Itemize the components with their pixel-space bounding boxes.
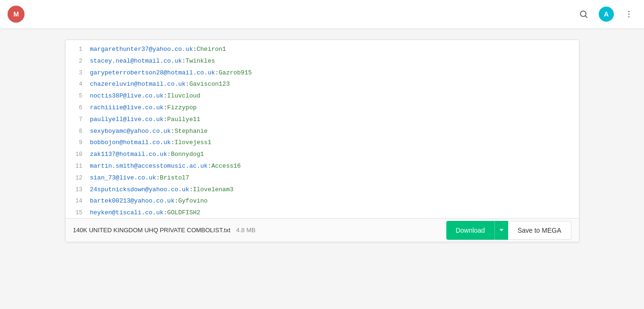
- line-email: bobbojon@hotmail.co.uk: [90, 138, 171, 148]
- line-number: 6: [69, 104, 83, 113]
- table-row: 7paullyell@live.co.uk:Paullye11: [66, 114, 579, 126]
- table-row: 1324sputnicksdown@yahoo.co.uk:Ilovelenam…: [66, 184, 579, 196]
- line-password: Cheiron1: [197, 45, 226, 55]
- navbar-right: A: [576, 7, 636, 22]
- table-row: 9bobbojon@hotmail.co.uk:Ilovejess1: [66, 137, 579, 149]
- line-number: 14: [69, 197, 83, 206]
- line-password: Paullye11: [167, 115, 200, 125]
- file-viewer: 1margarethunter37@yahoo.co.uk:Cheiron12s…: [65, 40, 579, 242]
- line-email: 24sputnicksdown@yahoo.co.uk: [90, 185, 190, 195]
- line-password: Twinkles: [185, 57, 215, 66]
- user-avatar[interactable]: A: [599, 7, 614, 22]
- line-password: Access16: [211, 162, 241, 171]
- line-number: 10: [69, 150, 83, 159]
- line-number: 2: [69, 57, 83, 66]
- more-options-icon-button[interactable]: [621, 7, 636, 22]
- line-email: sian_73@live.co.uk: [90, 173, 156, 183]
- action-buttons: Download Save to MEGA: [446, 221, 571, 240]
- line-password: Bristol7: [160, 173, 189, 183]
- line-number: 15: [69, 209, 83, 218]
- code-area[interactable]: 1margarethunter37@yahoo.co.uk:Cheiron12s…: [66, 40, 579, 218]
- table-row: 15heyken@tiscali.co.uk:GOLDFISH2: [66, 207, 579, 218]
- file-size: 4.8 MB: [236, 227, 255, 234]
- line-password: Gyfovino: [178, 196, 208, 206]
- mega-logo-text: M: [13, 10, 18, 18]
- svg-point-0: [580, 11, 586, 16]
- line-password: Fizzypop: [167, 103, 196, 113]
- line-separator: :: [171, 127, 175, 137]
- line-number: 8: [69, 127, 83, 136]
- line-password: Ilovelenam3: [193, 185, 234, 195]
- line-separator: :: [215, 68, 219, 78]
- table-row: 6rachiiiie@live.co.uk:Fizzypop: [66, 102, 579, 114]
- download-label: Download: [456, 227, 485, 234]
- code-lines: 1margarethunter37@yahoo.co.uk:Cheiron12s…: [66, 40, 579, 218]
- line-password: Gaviscon123: [189, 80, 230, 89]
- line-email: margarethunter37@yahoo.co.uk: [90, 45, 193, 55]
- table-row: 1margarethunter37@yahoo.co.uk:Cheiron1: [66, 44, 579, 56]
- table-row: 4chazereluvin@hotmail.co.uk:Gaviscon123: [66, 79, 579, 90]
- line-number: 7: [69, 115, 83, 124]
- svg-line-1: [585, 16, 587, 18]
- line-password: Gazrob915: [219, 68, 252, 78]
- line-email: noctis38P@live.co.uk: [90, 91, 164, 101]
- line-separator: :: [208, 162, 211, 171]
- file-info: 140K UNITED KINGDOM UHQ PRIVATE COMBOLIS…: [73, 227, 256, 234]
- line-password: Iluvcloud: [167, 91, 200, 101]
- line-separator: :: [164, 91, 167, 101]
- search-icon-button[interactable]: [576, 7, 591, 22]
- navbar-left: M: [8, 6, 25, 23]
- line-password: Stephanie: [175, 127, 208, 137]
- download-button[interactable]: Download: [446, 221, 494, 240]
- chevron-down-icon: [500, 229, 503, 231]
- line-password: Ilovejess1: [175, 138, 211, 148]
- mega-logo[interactable]: M: [8, 6, 25, 23]
- line-separator: :: [171, 138, 175, 148]
- svg-point-3: [628, 14, 630, 15]
- line-separator: :: [193, 45, 197, 55]
- line-separator: :: [164, 115, 167, 125]
- line-email: martin.smith@accesstomusic.ac.uk: [90, 162, 208, 171]
- line-email: heyken@tiscali.co.uk: [90, 208, 164, 218]
- avatar-text: A: [604, 10, 609, 18]
- line-number: 13: [69, 186, 83, 195]
- line-password: GOLDFISH2: [167, 208, 200, 218]
- save-to-mega-button[interactable]: Save to MEGA: [508, 221, 571, 240]
- table-row: 11martin.smith@accesstomusic.ac.uk:Acces…: [66, 161, 579, 172]
- line-email: rachiiiie@live.co.uk: [90, 103, 164, 113]
- line-email: chazereluvin@hotmail.co.uk: [90, 80, 186, 89]
- svg-point-4: [628, 16, 630, 18]
- svg-point-2: [628, 11, 630, 12]
- line-number: 12: [69, 174, 83, 183]
- table-row: 14bartek00213@yahoo.co.uk:Gyfovino: [66, 195, 579, 207]
- save-mega-label: Save to MEGA: [518, 227, 561, 234]
- line-email: paullyell@live.co.uk: [90, 115, 164, 125]
- table-row: 3garypeterrobertson28@hotmail.co.uk:Gazr…: [66, 67, 579, 79]
- line-separator: :: [189, 185, 193, 195]
- line-number: 4: [69, 80, 83, 89]
- line-separator: :: [156, 173, 160, 183]
- line-email: stacey.neal@hotmail.co.uk: [90, 57, 182, 66]
- table-row: 5noctis38P@live.co.uk:Iluvcloud: [66, 90, 579, 102]
- line-separator: :: [164, 103, 167, 113]
- line-email: garypeterrobertson28@hotmail.co.uk: [90, 68, 215, 78]
- line-email: bartek00213@yahoo.co.uk: [90, 196, 175, 206]
- table-row: 10zak1137@hotmail.co.uk:Bonnydog1: [66, 149, 579, 161]
- line-separator: :: [164, 208, 167, 218]
- line-separator: :: [182, 57, 186, 66]
- line-number: 1: [69, 45, 83, 54]
- line-number: 9: [69, 138, 83, 147]
- line-password: Bonnydog1: [171, 150, 204, 160]
- navbar: M A: [0, 0, 644, 28]
- table-row: 2stacey.neal@hotmail.co.uk:Twinkles: [66, 56, 579, 67]
- file-name: 140K UNITED KINGDOM UHQ PRIVATE COMBOLIS…: [73, 227, 231, 234]
- line-email: sexyboyamc@yahoo.co.uk: [90, 127, 171, 137]
- line-separator: :: [175, 196, 178, 206]
- line-number: 5: [69, 92, 83, 101]
- line-separator: :: [167, 150, 171, 160]
- table-row: 12sian_73@live.co.uk:Bristol7: [66, 172, 579, 184]
- line-number: 3: [69, 69, 83, 78]
- main-content: 1margarethunter37@yahoo.co.uk:Cheiron12s…: [0, 28, 644, 309]
- table-row: 8sexyboyamc@yahoo.co.uk:Stephanie: [66, 126, 579, 138]
- download-arrow-button[interactable]: [494, 221, 508, 240]
